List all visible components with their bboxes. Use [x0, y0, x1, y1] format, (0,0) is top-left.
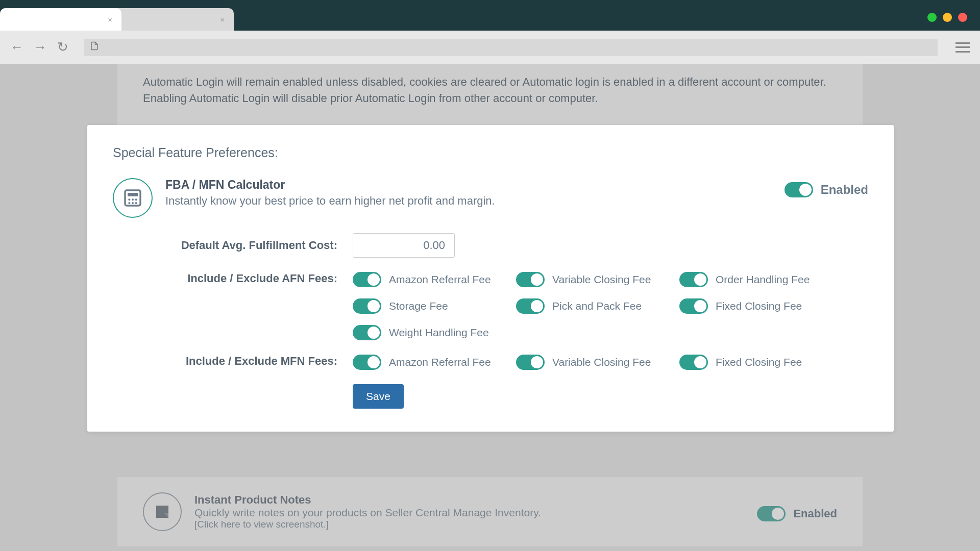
window-title-bar: × × [0, 0, 980, 31]
browser-tab-inactive[interactable]: × [112, 8, 234, 31]
browser-tab-active[interactable]: × [0, 8, 121, 31]
svg-point-6 [132, 202, 134, 204]
fee-cell: Pick and Pack Fee [516, 298, 679, 314]
window-close-icon[interactable] [958, 13, 967, 22]
tab-close-icon[interactable]: × [220, 15, 225, 24]
fee-cell: Variable Closing Fee [516, 272, 679, 287]
svg-point-7 [135, 202, 137, 204]
fee-cell: Order Handling Fee [679, 272, 843, 287]
url-bar[interactable] [84, 39, 938, 56]
fulfillment-row: Default Avg. Fulfillment Cost: [113, 233, 868, 258]
fulfillment-input[interactable] [353, 233, 455, 258]
fee-label: Fixed Closing Fee [716, 300, 802, 312]
mfn-fees-row: Include / Exclude MFN Fees: Amazon Refer… [113, 355, 868, 370]
window-controls [927, 13, 967, 22]
fee-cell: Fixed Closing Fee [679, 298, 843, 314]
afn-weight-handling-toggle[interactable] [353, 325, 381, 340]
fulfillment-label: Default Avg. Fulfillment Cost: [113, 239, 353, 252]
fee-label: Order Handling Fee [716, 273, 810, 286]
fee-label: Amazon Referral Fee [389, 356, 491, 368]
calculator-status: Enabled [821, 183, 868, 197]
afn-fees-row: Include / Exclude AFN Fees: Amazon Refer… [113, 272, 868, 340]
svg-point-4 [135, 198, 137, 201]
preferences-modal: Special Feature Preferences: FBA / MFN C… [87, 125, 894, 432]
fee-cell: Weight Handling Fee [353, 325, 516, 340]
content-area: Automatic Login will remain enabled unle… [0, 64, 980, 551]
feature-header: FBA / MFN Calculator Instantly know your… [113, 178, 868, 218]
fee-cell: Amazon Referral Fee [353, 355, 516, 370]
afn-fee-grid: Amazon Referral Fee Variable Closing Fee… [353, 272, 843, 340]
afn-order-handling-toggle[interactable] [679, 272, 708, 287]
mfn-fixed-closing-toggle[interactable] [679, 355, 708, 370]
tabs-row: × × [0, 8, 234, 31]
calculator-icon-circle [113, 178, 153, 218]
feature-text: FBA / MFN Calculator Instantly know your… [165, 178, 772, 208]
svg-point-3 [132, 198, 134, 201]
fee-label: Pick and Pack Fee [552, 300, 642, 312]
page-icon [90, 41, 99, 53]
fee-cell: Amazon Referral Fee [353, 272, 516, 287]
modal-heading: Special Feature Preferences: [113, 145, 868, 160]
fee-label: Fixed Closing Fee [716, 356, 802, 368]
window-maximize-icon[interactable] [943, 13, 952, 22]
fee-label: Storage Fee [389, 300, 448, 312]
afn-variable-closing-toggle[interactable] [516, 272, 545, 287]
fee-label: Weight Handling Fee [389, 327, 489, 339]
window-minimize-icon[interactable] [927, 13, 937, 22]
afn-fixed-closing-toggle[interactable] [679, 298, 708, 314]
svg-point-5 [128, 202, 130, 204]
calculator-icon [122, 188, 143, 208]
feature-title: FBA / MFN Calculator [165, 178, 772, 192]
mfn-variable-closing-toggle[interactable] [516, 355, 545, 370]
feature-toggle-wrap: Enabled [785, 182, 868, 197]
calculator-toggle[interactable] [785, 182, 813, 197]
svg-point-2 [128, 198, 130, 201]
svg-rect-1 [128, 193, 138, 196]
fee-cell: Fixed Closing Fee [679, 355, 843, 370]
menu-icon[interactable] [955, 42, 970, 53]
reload-icon[interactable]: ↻ [57, 39, 68, 55]
mfn-referral-toggle[interactable] [353, 355, 381, 370]
fee-cell: Variable Closing Fee [516, 355, 679, 370]
save-button[interactable]: Save [353, 384, 404, 409]
tab-close-icon[interactable]: × [108, 15, 112, 24]
forward-icon[interactable]: → [34, 39, 47, 55]
afn-pick-pack-toggle[interactable] [516, 298, 545, 314]
fee-cell: Storage Fee [353, 298, 516, 314]
fee-label: Amazon Referral Fee [389, 273, 491, 286]
afn-label: Include / Exclude AFN Fees: [113, 272, 353, 285]
mfn-label: Include / Exclude MFN Fees: [113, 355, 353, 368]
afn-storage-toggle[interactable] [353, 298, 381, 314]
save-row: Save [113, 384, 868, 409]
afn-referral-toggle[interactable] [353, 272, 381, 287]
fee-label: Variable Closing Fee [552, 356, 651, 368]
browser-nav-bar: ← → ↻ [0, 31, 980, 64]
back-icon[interactable]: ← [10, 39, 23, 55]
fee-label: Variable Closing Fee [552, 273, 651, 286]
mfn-fee-grid: Amazon Referral Fee Variable Closing Fee… [353, 355, 843, 370]
feature-desc: Instantly know your best price to earn h… [165, 194, 772, 208]
